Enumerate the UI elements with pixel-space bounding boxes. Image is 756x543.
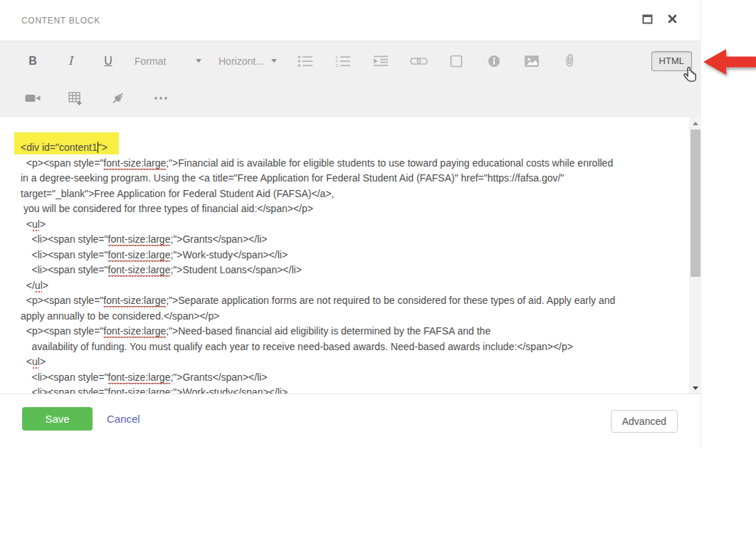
- video-camera-icon: [25, 93, 41, 104]
- code-line[interactable]: <li><span style="font-size:large;">Grant…: [21, 370, 684, 386]
- indent-icon: [373, 55, 389, 68]
- html-view-button-label: HTML: [659, 56, 684, 66]
- code-line[interactable]: apply annually to be considered.</span><…: [21, 309, 684, 325]
- image-button[interactable]: [516, 49, 547, 73]
- video-button[interactable]: [17, 86, 48, 110]
- scrollbar-thumb[interactable]: [691, 130, 700, 277]
- modal-title: CONTENT BLOCK: [21, 16, 100, 26]
- toolbar-row-2: [0, 80, 701, 116]
- code-line[interactable]: <p><span style="font-size:large;">Financ…: [21, 156, 684, 172]
- scrollbar-up-button[interactable]: [689, 117, 701, 130]
- save-button[interactable]: Save: [22, 407, 93, 431]
- plugin-button[interactable]: [103, 86, 134, 110]
- editor-scrollbar[interactable]: [689, 117, 701, 394]
- code-line[interactable]: <li><span style="font-size:large;">Grant…: [21, 232, 684, 248]
- code-line[interactable]: <p><span style="font-size:large;">Separa…: [21, 293, 684, 309]
- unordered-list-button[interactable]: [290, 49, 321, 73]
- info-icon: [488, 55, 500, 68]
- code-line[interactable]: in a degree-seeking program. Using the <…: [21, 171, 684, 186]
- italic-button[interactable]: I: [55, 49, 86, 73]
- bold-button[interactable]: B: [17, 49, 48, 73]
- code-line[interactable]: <ul>: [21, 354, 684, 370]
- info-button[interactable]: [478, 49, 510, 73]
- maximize-icon: [642, 14, 653, 24]
- code-line[interactable]: <li><span style="font-size:large;">Stude…: [21, 263, 684, 278]
- code-lines: <div id="content1"> <p><span style="font…: [0, 117, 701, 394]
- indent-button[interactable]: [365, 49, 397, 73]
- code-line[interactable]: <ul>: [21, 217, 684, 233]
- link-icon: [410, 56, 428, 67]
- highlighted-code: <div id="content1">: [21, 142, 107, 153]
- image-icon: [525, 56, 539, 67]
- button-insert-button[interactable]: [441, 49, 472, 73]
- table-icon: [68, 92, 83, 105]
- code-line[interactable]: <li><span style="font-size:large;">Work-…: [21, 385, 684, 394]
- code-line[interactable]: target="_blank">Free Application for Fed…: [21, 186, 684, 202]
- close-button[interactable]: [665, 11, 679, 26]
- toolbar-row-1: B I U Format Horizont...: [0, 41, 701, 80]
- cancel-link[interactable]: Cancel: [107, 413, 140, 425]
- scrollbar-down-button[interactable]: [689, 382, 701, 394]
- unordered-list-icon: [298, 55, 313, 68]
- ordered-list-button[interactable]: 1 2 3: [327, 49, 359, 73]
- code-line[interactable]: you will be considered for three types o…: [21, 201, 684, 217]
- more-ellipsis-icon: [154, 96, 168, 100]
- code-line[interactable]: <p><span style="font-size:large;">Need-b…: [21, 324, 684, 339]
- html-source-editor[interactable]: <div id="content1"> <p><span style="font…: [0, 117, 701, 394]
- triangle-up-icon: [693, 122, 698, 125]
- underline-button[interactable]: U: [93, 49, 124, 73]
- triangle-down-icon: [693, 386, 698, 390]
- more-button[interactable]: [145, 86, 177, 110]
- window-controls: [640, 11, 679, 26]
- square-icon: [450, 55, 463, 68]
- format-dropdown[interactable]: Format: [130, 56, 209, 67]
- editor-toolbar: B I U Format Horizont...: [0, 41, 701, 117]
- chevron-down-icon: [196, 59, 201, 63]
- format-dropdown-label: Format: [135, 56, 166, 67]
- svg-text:3: 3: [335, 63, 338, 68]
- html-view-button[interactable]: HTML: [651, 51, 692, 71]
- code-line[interactable]: </ul>: [21, 278, 684, 294]
- close-icon: [668, 14, 677, 23]
- code-line[interactable]: availability of funding. You must qualif…: [21, 339, 684, 355]
- code-line[interactable]: <li><span style="font-size:large;">Work-…: [21, 248, 684, 263]
- modal-footer: Save Cancel Advanced: [0, 394, 701, 448]
- content-block-modal: CONTENT BLOCK B I U Format: [0, 0, 701, 448]
- maximize-button[interactable]: [640, 11, 654, 26]
- link-button[interactable]: [403, 49, 434, 73]
- attachment-button[interactable]: [554, 49, 585, 73]
- code-line[interactable]: <div id="content1">: [21, 140, 684, 156]
- plug-slash-icon: [111, 91, 125, 105]
- modal-header: CONTENT BLOCK: [0, 0, 700, 41]
- horizontal-dropdown[interactable]: Horizont...: [214, 56, 284, 67]
- red-arrow-annotation: [703, 47, 756, 77]
- advanced-button[interactable]: Advanced: [611, 410, 678, 433]
- paperclip-icon: [565, 53, 574, 68]
- chevron-down-icon: [271, 59, 277, 63]
- ordered-list-icon: 1 2 3: [335, 55, 351, 68]
- insert-table-button[interactable]: [60, 86, 91, 110]
- horizontal-dropdown-label: Horizont...: [219, 56, 264, 67]
